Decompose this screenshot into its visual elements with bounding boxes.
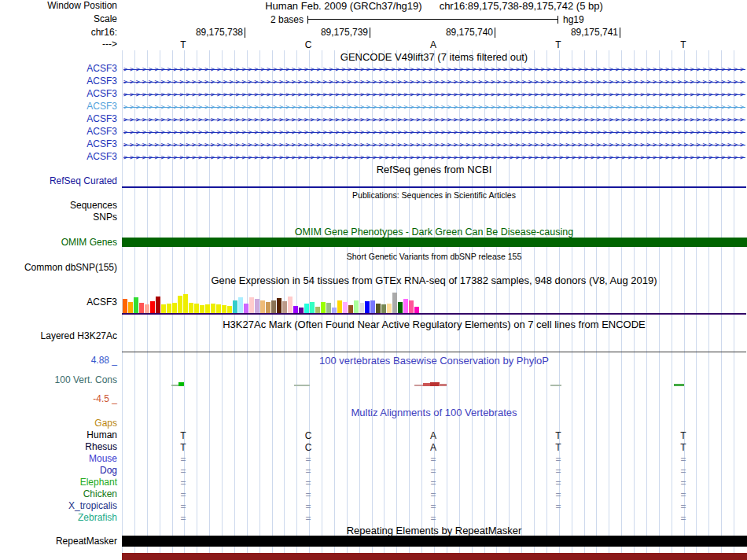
omim-gene-bar[interactable] xyxy=(122,238,747,247)
gtex-tissue-bar[interactable] xyxy=(414,307,419,313)
gencode-transcript-label[interactable]: ACSF3 xyxy=(0,127,120,137)
gtex-tissue-bar[interactable] xyxy=(392,293,397,313)
gtex-tissue-bar[interactable] xyxy=(387,304,392,313)
gtex-tissue-bar[interactable] xyxy=(233,300,237,313)
repeatmasker-label[interactable]: RepeatMasker xyxy=(0,536,120,547)
gtex-tissue-bar[interactable] xyxy=(337,300,342,313)
gtex-tissue-bar[interactable] xyxy=(381,304,386,313)
chrom-label: chr16: xyxy=(0,28,120,38)
repeatmasker-bar[interactable] xyxy=(122,536,747,547)
gencode-transcript-line[interactable]: >>>>>>>>>>>>>>>>>>>>>>>>>>>>>>>>>>>>>>>>… xyxy=(123,153,745,163)
gtex-tissue-bar[interactable] xyxy=(277,298,282,313)
gtex-tissue-bar[interactable] xyxy=(183,294,188,313)
gtex-tissue-bar[interactable] xyxy=(167,304,171,313)
gencode-transcript-line[interactable]: >>>>>>>>>>>>>>>>>>>>>>>>>>>>>>>>>>>>>>>>… xyxy=(123,140,745,150)
gtex-tissue-bar[interactable] xyxy=(123,299,127,313)
sequences-track-label[interactable]: Sequences xyxy=(0,201,120,211)
multiz-species-label[interactable]: Zebrafish xyxy=(0,513,120,523)
multiz-species-label[interactable]: Human xyxy=(0,430,120,440)
gtex-tissue-bar[interactable] xyxy=(326,303,331,313)
multiz-species-label[interactable]: Dog xyxy=(0,466,120,476)
gtex-tissue-bar[interactable] xyxy=(145,304,149,313)
reference-base: A xyxy=(418,39,449,50)
gencode-transcript-line[interactable]: >>>>>>>>>>>>>>>>>>>>>>>>>>>>>>>>>>>>>>>>… xyxy=(123,64,745,75)
gtex-tissue-bar[interactable] xyxy=(359,303,364,313)
gtex-expression-chart[interactable] xyxy=(123,289,421,313)
gtex-tissue-bar[interactable] xyxy=(288,297,293,313)
gtex-tissue-bar[interactable] xyxy=(194,304,199,313)
gtex-tissue-bar[interactable] xyxy=(376,304,381,313)
multiz-alignment-cell: = xyxy=(418,466,449,477)
gtex-tissue-bar[interactable] xyxy=(271,300,276,313)
gtex-tissue-bar[interactable] xyxy=(310,302,315,313)
gtex-tissue-bar[interactable] xyxy=(172,303,177,313)
refseq-curated-label[interactable]: RefSeq Curated xyxy=(0,176,120,186)
gencode-transcript-line[interactable]: >>>>>>>>>>>>>>>>>>>>>>>>>>>>>>>>>>>>>>>>… xyxy=(123,115,745,125)
gencode-transcript-label[interactable]: ACSF3 xyxy=(0,114,120,124)
multiz-species-label[interactable]: Rhesus xyxy=(0,442,120,452)
gtex-tissue-bar[interactable] xyxy=(260,300,265,313)
gtex-tissue-bar[interactable] xyxy=(222,305,226,313)
gtex-tissue-bar[interactable] xyxy=(128,302,133,313)
gencode-transcript-label[interactable]: ACSF3 xyxy=(0,152,120,162)
gtex-tissue-bar[interactable] xyxy=(211,304,215,313)
gencode-transcript-label[interactable]: ACSF3 xyxy=(0,139,120,149)
gtex-tissue-bar[interactable] xyxy=(315,307,320,313)
gtex-tissue-bar[interactable] xyxy=(189,303,193,313)
gtex-tissue-bar[interactable] xyxy=(200,305,204,313)
gtex-tissue-bar[interactable] xyxy=(343,302,348,313)
gtex-tissue-bar[interactable] xyxy=(161,304,166,313)
gtex-tissue-bar[interactable] xyxy=(134,297,138,313)
omim-genes-label[interactable]: OMIM Genes xyxy=(0,238,120,248)
gencode-transcript-label[interactable]: ACSF3 xyxy=(0,64,120,74)
gtex-tissue-bar[interactable] xyxy=(216,304,221,313)
gtex-tissue-bar[interactable] xyxy=(282,301,287,313)
gtex-tissue-bar[interactable] xyxy=(238,297,243,313)
multiz-alignment-cell: = xyxy=(167,466,199,477)
gencode-transcript-label[interactable]: ACSF3 xyxy=(0,101,120,112)
multiz-species-label[interactable]: Elephant xyxy=(0,477,120,488)
gtex-tissue-bar[interactable] xyxy=(403,299,408,313)
multiz-species-label[interactable]: Gaps xyxy=(0,418,120,429)
bottom-track-bar[interactable] xyxy=(122,553,747,560)
gtex-tissue-bar[interactable] xyxy=(321,302,326,313)
snps-track-label[interactable]: SNPs xyxy=(0,212,120,223)
gtex-tissue-bar[interactable] xyxy=(205,304,210,313)
gencode-transcript-line[interactable]: >>>>>>>>>>>>>>>>>>>>>>>>>>>>>>>>>>>>>>>>… xyxy=(123,77,745,87)
multiz-species-label[interactable]: Chicken xyxy=(0,489,120,499)
h3k27ac-track-label[interactable]: Layered H3K27Ac xyxy=(0,331,120,341)
gencode-transcript-line[interactable]: >>>>>>>>>>>>>>>>>>>>>>>>>>>>>>>>>>>>>>>>… xyxy=(123,102,745,112)
gtex-tissue-bar[interactable] xyxy=(255,299,259,313)
gtex-tissue-bar[interactable] xyxy=(398,302,403,313)
gencode-transcript-line[interactable]: >>>>>>>>>>>>>>>>>>>>>>>>>>>>>>>>>>>>>>>>… xyxy=(123,90,745,100)
dbsnp-track-label[interactable]: Common dbSNP(155) xyxy=(0,263,120,273)
gtex-tissue-bar[interactable] xyxy=(299,308,304,313)
gtex-tissue-bar[interactable] xyxy=(365,301,370,313)
refseq-curated-item[interactable] xyxy=(122,186,746,188)
gtex-tissue-bar[interactable] xyxy=(244,304,248,313)
gtex-tissue-bar[interactable] xyxy=(156,297,160,313)
gencode-transcript-label[interactable]: ACSF3 xyxy=(0,89,120,99)
gtex-tissue-bar[interactable] xyxy=(150,301,155,313)
conservation-track-label[interactable]: 100 Vert. Cons xyxy=(0,375,120,385)
gtex-tissue-bar[interactable] xyxy=(409,300,414,313)
gtex-tissue-bar[interactable] xyxy=(178,296,182,313)
gtex-tissue-bar[interactable] xyxy=(227,306,232,313)
reference-base: T xyxy=(167,39,199,50)
gencode-transcript-label[interactable]: ACSF3 xyxy=(0,76,120,87)
gtex-tissue-bar[interactable] xyxy=(332,308,337,313)
gtex-tissue-bar[interactable] xyxy=(293,306,298,313)
multiz-alignment-cell: = xyxy=(418,489,449,500)
gtex-tissue-bar[interactable] xyxy=(304,304,309,313)
gtex-tissue-bar[interactable] xyxy=(266,302,270,313)
gtex-gene-label[interactable]: ACSF3 xyxy=(0,297,120,308)
multiz-species-label[interactable]: Mouse xyxy=(0,454,120,464)
gtex-tissue-bar[interactable] xyxy=(354,300,359,313)
multiz-alignment-cell: = xyxy=(668,501,699,512)
gtex-tissue-bar[interactable] xyxy=(139,303,144,313)
multiz-species-label[interactable]: X_tropicalis xyxy=(0,501,120,511)
gtex-tissue-bar[interactable] xyxy=(348,305,353,313)
gencode-transcript-line[interactable]: >>>>>>>>>>>>>>>>>>>>>>>>>>>>>>>>>>>>>>>>… xyxy=(123,127,745,138)
gtex-tissue-bar[interactable] xyxy=(370,300,375,313)
gtex-tissue-bar[interactable] xyxy=(249,297,254,313)
